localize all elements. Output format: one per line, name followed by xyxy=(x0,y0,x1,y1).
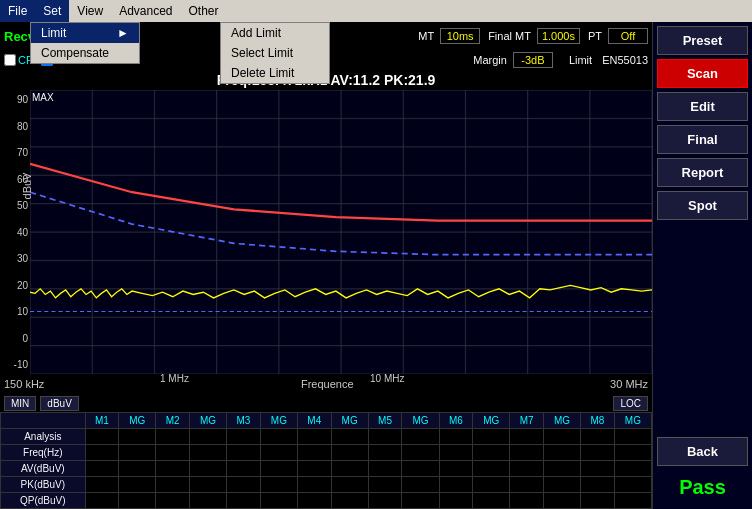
dropdown-compensate[interactable]: Compensate xyxy=(31,43,139,63)
x-label-30mhz: 30 MHz xyxy=(610,378,648,390)
col-mg8: MG xyxy=(614,413,651,429)
col-m1: M1 xyxy=(85,413,119,429)
loc-button[interactable]: LOC xyxy=(613,396,648,411)
mt-controls: MT 10ms xyxy=(418,28,480,44)
col-m2: M2 xyxy=(156,413,190,429)
table-row-analysis: Analysis xyxy=(1,429,652,445)
row-qp: QP(dBuV) xyxy=(1,493,86,509)
margin-label: Margin xyxy=(473,54,507,66)
y-tick-80: 80 xyxy=(0,121,30,132)
preset-button[interactable]: Preset xyxy=(657,26,748,55)
menu-other[interactable]: Other xyxy=(181,0,227,22)
chart-inner: MAX xyxy=(30,90,652,374)
main-content: Recv Att 0dB MT 10ms Final MT 1.000s PT … xyxy=(0,22,752,509)
menu-set[interactable]: Set xyxy=(35,0,69,22)
table-row-freq: Freq(Hz) xyxy=(1,445,652,461)
mt-value: 10ms xyxy=(440,28,480,44)
col-header-blank xyxy=(1,413,86,429)
y-tick-0: 0 xyxy=(0,333,30,344)
col-m7: M7 xyxy=(510,413,544,429)
menu-advanced[interactable]: Advanced xyxy=(111,0,180,22)
col-m4: M4 xyxy=(297,413,331,429)
x-label-10mhz: 10 MHz xyxy=(370,373,404,384)
y-tick-30: 30 xyxy=(0,253,30,264)
right-sidebar: Preset Scan Edit Final Report Spot Back … xyxy=(652,22,752,509)
marker-table-container: M1 MG M2 MG M3 MG M4 MG M5 MG M6 MG M7 M… xyxy=(0,412,652,509)
pt-label: PT xyxy=(588,30,602,42)
limit-submenu: Add Limit Select Limit Delete Limit xyxy=(220,22,330,84)
submenu-delete-limit[interactable]: Delete Limit xyxy=(221,63,329,83)
row-analysis: Analysis xyxy=(1,429,86,445)
bottom-bar: MIN dBuV LOC xyxy=(0,394,652,412)
back-button[interactable]: Back xyxy=(657,437,748,466)
menu-view[interactable]: View xyxy=(69,0,111,22)
report-button[interactable]: Report xyxy=(657,158,748,187)
cf-checkbox[interactable] xyxy=(4,54,16,66)
spot-button[interactable]: Spot xyxy=(657,191,748,220)
chart-section: Recv Att 0dB MT 10ms Final MT 1.000s PT … xyxy=(0,22,652,509)
x-label-150khz: 150 kHz xyxy=(4,378,44,390)
dbuv-button[interactable]: dBuV xyxy=(40,396,78,411)
pt-value: Off xyxy=(608,28,648,44)
chart-svg xyxy=(30,90,652,374)
y-tick-50: 50 xyxy=(0,200,30,211)
marker-table: M1 MG M2 MG M3 MG M4 MG M5 MG M6 MG M7 M… xyxy=(0,412,652,509)
y-axis-area: 90 80 70 60 50 40 30 20 10 0 -10 xyxy=(0,90,30,374)
menu-bar: File Set View Advanced Other xyxy=(0,0,752,22)
pass-label: Pass xyxy=(657,470,748,505)
col-m6: M6 xyxy=(439,413,473,429)
col-m8: M8 xyxy=(581,413,615,429)
limit-value: EN55013 xyxy=(602,54,648,66)
table-row-pk: PK(dBuV) xyxy=(1,477,652,493)
row-freq: Freq(Hz) xyxy=(1,445,86,461)
margin-controls: Margin -3dB xyxy=(473,52,553,68)
dropdown-limit[interactable]: Limit ► xyxy=(31,23,139,43)
y-tick-10: 10 xyxy=(0,306,30,317)
x-title: Frequence xyxy=(44,378,610,390)
y-tick-70: 70 xyxy=(0,147,30,158)
pt-controls: PT Off xyxy=(588,28,648,44)
min-button[interactable]: MIN xyxy=(4,396,36,411)
row-pk: PK(dBuV) xyxy=(1,477,86,493)
x-axis: 150 kHz Frequence 1 MHz 10 MHz 30 MHz xyxy=(0,374,652,394)
final-mt-label: Final MT xyxy=(488,30,531,42)
y-tick-neg10: -10 xyxy=(0,359,30,370)
set-dropdown: Limit ► Compensate xyxy=(30,22,140,64)
col-mg1: MG xyxy=(119,413,156,429)
submenu-select-limit[interactable]: Select Limit xyxy=(221,43,329,63)
y-tick-90: 90 xyxy=(0,94,30,105)
mt-label: MT xyxy=(418,30,434,42)
table-row-av: AV(dBuV) xyxy=(1,461,652,477)
row-av: AV(dBuV) xyxy=(1,461,86,477)
menu-file[interactable]: File xyxy=(0,0,35,22)
scan-button[interactable]: Scan xyxy=(657,59,748,88)
limit-controls: Limit EN55013 xyxy=(569,54,648,66)
chart-container: 90 80 70 60 50 40 30 20 10 0 -10 MAX xyxy=(0,90,652,374)
margin-value: -3dB xyxy=(513,52,553,68)
limit-label: Limit xyxy=(569,54,592,66)
max-label: MAX xyxy=(32,92,54,103)
col-mg2: MG xyxy=(189,413,226,429)
final-mt-controls: Final MT 1.000s xyxy=(488,28,580,44)
table-row-qp: QP(dBuV) xyxy=(1,493,652,509)
edit-button[interactable]: Edit xyxy=(657,92,748,121)
submenu-add-limit[interactable]: Add Limit xyxy=(221,23,329,43)
col-mg3: MG xyxy=(260,413,297,429)
cf-checkbox-item[interactable]: CF xyxy=(4,54,33,66)
y-tick-20: 20 xyxy=(0,280,30,291)
final-mt-value: 1.000s xyxy=(537,28,580,44)
col-m3: M3 xyxy=(227,413,261,429)
col-mg4: MG xyxy=(331,413,368,429)
col-mg7: MG xyxy=(543,413,580,429)
x-label-1mhz: 1 MHz xyxy=(160,373,189,384)
y-axis-label: dBuV xyxy=(21,173,33,200)
col-mg5: MG xyxy=(402,413,439,429)
final-button[interactable]: Final xyxy=(657,125,748,154)
col-mg6: MG xyxy=(473,413,510,429)
col-m5: M5 xyxy=(368,413,402,429)
y-tick-40: 40 xyxy=(0,227,30,238)
